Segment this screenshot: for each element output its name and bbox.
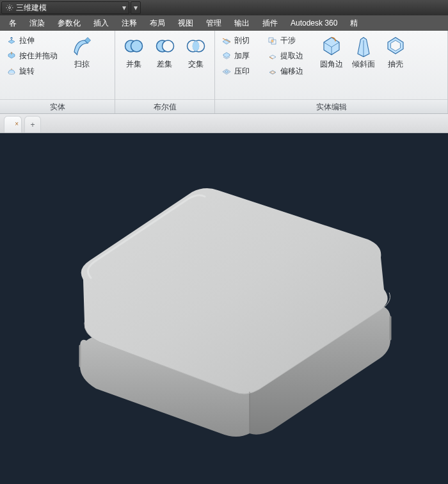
presspull-button[interactable]: 按住并拖动 xyxy=(4,49,65,63)
intersect-button[interactable]: 交集 xyxy=(181,33,211,99)
menu-item[interactable]: 视图 xyxy=(172,15,200,31)
extrude-icon xyxy=(6,35,17,45)
button-label: 提取边 xyxy=(280,51,303,61)
button-label: 交集 xyxy=(188,59,204,70)
menu-item[interactable]: 插件 xyxy=(256,15,284,31)
interfere-icon xyxy=(268,35,278,45)
button-label: 剖切 xyxy=(234,35,250,46)
button-label: 旋转 xyxy=(19,66,35,77)
svg-rect-12 xyxy=(271,40,273,42)
close-icon[interactable]: × xyxy=(15,120,19,127)
offsetedge-icon xyxy=(268,66,278,76)
extractedge-icon xyxy=(268,51,278,61)
titlebar: 三维建模 ▾ ▾ xyxy=(0,0,448,15)
panel-title: 实体编辑 xyxy=(215,99,447,113)
menu-item[interactable]: 插入 xyxy=(87,15,115,31)
chevron-down-icon: ▾ xyxy=(115,3,126,12)
slice-icon xyxy=(221,35,232,45)
union-button[interactable]: 并集 xyxy=(119,33,148,99)
interfere-button[interactable]: 干涉 xyxy=(265,33,315,47)
sweep-button[interactable]: 扫掠 xyxy=(67,33,97,99)
menu-item-autodesk360[interactable]: Autodesk 360 xyxy=(284,15,344,31)
button-label: 压印 xyxy=(234,66,250,77)
thicken-button[interactable]: 加厚 xyxy=(219,49,264,63)
offsetedge-button[interactable]: 偏移边 xyxy=(265,64,315,78)
button-label: 抽壳 xyxy=(388,59,403,70)
menubar: 各 渲染 参数化 插入 注释 布局 视图 管理 输出 插件 Autodesk 3… xyxy=(0,15,448,31)
menu-item[interactable]: 输出 xyxy=(228,15,256,31)
workspace-label: 三维建模 xyxy=(16,3,47,13)
extractedge-button[interactable]: 提取边 xyxy=(265,49,315,63)
button-label: 并集 xyxy=(126,59,141,70)
button-label: 偏移边 xyxy=(280,66,303,77)
chevron-down-icon: ▾ xyxy=(134,3,138,12)
new-tab-button[interactable]: + xyxy=(24,116,41,133)
document-tabstrip: × + xyxy=(0,114,448,133)
panel-title: 实体 xyxy=(0,99,115,113)
menu-item[interactable]: 精 xyxy=(344,15,364,31)
subtract-icon xyxy=(154,35,177,58)
presspull-icon xyxy=(6,51,17,61)
ribbon: 拉伸 按住并拖动 旋转 扫掠 实体 并集 xyxy=(0,31,448,114)
menu-item[interactable]: 注释 xyxy=(115,15,143,31)
filletedge-button[interactable]: 圆角边 xyxy=(316,33,347,99)
extrude-button[interactable]: 拉伸 xyxy=(4,33,65,47)
fillet-icon xyxy=(320,35,343,58)
document-tab[interactable]: × xyxy=(4,116,22,133)
ribbon-panel-solidedit: 剖切 加厚 压印 干涉 提取边 xyxy=(215,31,448,113)
taperface-button[interactable]: 倾斜面 xyxy=(348,33,379,99)
gear-icon xyxy=(6,4,13,12)
menu-item[interactable]: 布局 xyxy=(143,15,172,31)
menu-item[interactable]: 渲染 xyxy=(23,15,51,31)
button-label: 按住并拖动 xyxy=(19,51,58,61)
revolve-icon xyxy=(6,66,17,76)
panel-title: 布尔值 xyxy=(115,99,214,113)
workspace-mini-button[interactable]: ▾ xyxy=(131,1,141,14)
svg-point-7 xyxy=(162,40,173,52)
svg-point-2 xyxy=(11,69,12,70)
button-label: 加厚 xyxy=(234,51,250,61)
taper-icon xyxy=(352,35,375,58)
button-label: 圆角边 xyxy=(320,59,343,70)
svg-point-4 xyxy=(131,40,143,52)
button-label: 拉伸 xyxy=(19,35,35,46)
ribbon-panel-solid: 拉伸 按住并拖动 旋转 扫掠 实体 xyxy=(0,31,115,113)
button-label: 扫掠 xyxy=(74,59,90,70)
menu-item[interactable]: 管理 xyxy=(200,15,228,31)
button-label: 差集 xyxy=(157,59,172,70)
slice-button[interactable]: 剖切 xyxy=(219,33,264,47)
sweep-icon xyxy=(70,35,93,58)
plus-icon: + xyxy=(30,120,35,129)
ribbon-panel-boolean: 并集 差集 交集 布尔值 xyxy=(115,31,215,113)
viewport-3d[interactable] xyxy=(0,133,448,484)
shell-icon xyxy=(384,35,407,58)
rounded-box-solid xyxy=(45,174,403,443)
workspace-dropdown[interactable]: 三维建模 ▾ xyxy=(1,1,129,14)
subtract-button[interactable]: 差集 xyxy=(150,33,179,99)
intersect-icon xyxy=(184,35,207,58)
revolve-button[interactable]: 旋转 xyxy=(4,64,65,78)
thicken-icon xyxy=(221,51,232,61)
svg-point-0 xyxy=(9,7,11,9)
imprint-icon xyxy=(221,66,232,76)
button-label: 倾斜面 xyxy=(352,59,375,70)
button-label: 干涉 xyxy=(280,35,296,46)
imprint-button[interactable]: 压印 xyxy=(219,64,264,78)
menu-item[interactable]: 参数化 xyxy=(51,15,87,31)
shell-button[interactable]: 抽壳 xyxy=(380,33,411,99)
union-icon xyxy=(122,35,145,58)
menu-item[interactable]: 各 xyxy=(3,15,23,31)
